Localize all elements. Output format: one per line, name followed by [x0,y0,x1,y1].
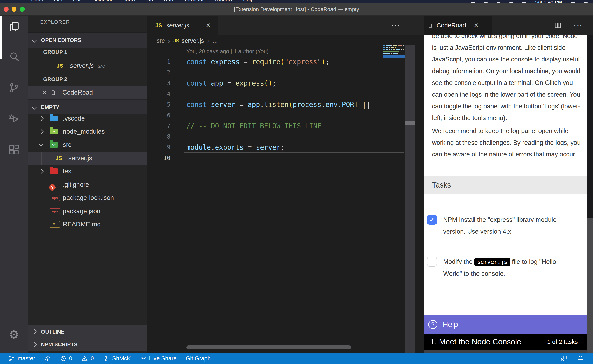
status-bell[interactable] [577,355,584,362]
menu-item-go[interactable]: Go [146,0,153,2]
code-text [171,68,190,77]
open-editor-server.js[interactable]: JSserver.jssrc [28,59,147,72]
menu-item-code[interactable]: Code [31,0,43,2]
editor-vertical-scrollbar[interactable] [405,45,415,353]
close-editor-icon[interactable]: ✕ [42,89,47,96]
outline-section-header[interactable]: OUTLINE [28,325,147,338]
activity-search[interactable] [0,46,28,67]
task-checkbox-checked[interactable]: ✓ [427,215,437,225]
status-cloud-upload[interactable] [44,355,51,362]
tree-item-README.md[interactable]: M↓README.md [28,218,147,231]
panel-scrollbar-thumb[interactable] [587,35,593,218]
tree-item-.vscode[interactable]: .vscode [28,112,147,125]
minimap[interactable] [383,45,404,58]
status-0[interactable]: 0 [60,355,73,362]
tree-item-package.json[interactable]: npmpackage.json [28,205,147,218]
chevron-right-icon [38,169,43,174]
code-text: const server = app.listen(process.env.PO… [171,101,370,109]
js-file-icon: JS [56,155,62,162]
code-text: const app = express(); [171,79,276,87]
editor-horizontal-scrollbar[interactable] [186,345,351,349]
warning-icon [81,355,88,362]
live-share-account-icon [103,355,110,362]
tab-coderoad[interactable]: CodeRoad ✕ [424,15,492,35]
bell-icon [577,355,584,362]
activity-extensions[interactable] [0,139,28,161]
tab-label: CodeRoad [437,22,466,29]
code-text: const express = require("express"); [171,58,329,66]
activity-run-debug[interactable] [0,108,28,129]
search-icon [8,51,20,62]
chevron-down-icon [38,142,43,147]
open-editor-CodeRoad[interactable]: ✕CodeRoad [28,86,147,99]
editor-group: JS server.js ✕ ⋯ src › JS server.js › ..… [147,15,424,353]
tree-item-package-lock.json[interactable]: npmpackage-lock.json [28,191,147,204]
live-share-icon [140,355,147,362]
indent-guide [41,152,42,165]
status-master[interactable]: master [8,355,35,362]
tree-item-.gitignore[interactable]: Y.gitignore [28,178,147,191]
breadcrumb-symbol[interactable]: ... [213,37,218,44]
split-editor-icon[interactable] [554,15,562,35]
task-checkbox-unchecked[interactable] [427,257,437,266]
menu-extra-icon [484,2,487,3]
menu-item-window[interactable]: Window [214,0,232,2]
breadcrumb-folder[interactable]: src [157,37,165,44]
line-number: 1 [147,58,171,65]
editor-more-actions-icon[interactable]: ⋯ [391,15,401,35]
git-branch-icon [8,355,15,362]
menu-status-icons[interactable]: Sat 9:45 PM [471,0,588,3]
js-file-icon: JS [173,38,179,44]
menu-item-help[interactable]: Help [243,0,253,2]
activity-settings-gear[interactable]: ⚙ [0,324,28,345]
npm-scripts-section-header[interactable]: NPM SCRIPTS [28,338,147,351]
code-area[interactable]: 1const express = require("express");2 3c… [147,56,424,163]
status-0[interactable]: 0 [81,355,94,362]
status-label: Git Graph [186,355,211,362]
extensions-icon [8,144,20,156]
menu-item-selection[interactable]: Selection [93,0,114,2]
tree-item-node_modules[interactable]: JSnode_modules [28,125,147,138]
activity-bar: ⚙ [0,15,28,353]
task-text: Modify the server.js file to log "Hello … [443,256,576,280]
close-tab-icon[interactable]: ✕ [473,22,479,29]
inline-code: server.js [474,258,510,266]
chevron-down-icon [32,37,37,43]
code-line-9: 9module.exports = server; [147,142,424,153]
status-label: 0 [69,355,73,362]
panel-more-actions-icon[interactable]: ⋯ [573,15,583,35]
menu-item-view[interactable]: View [124,0,135,2]
window-title: [Extension Development Host] - CodeRoad … [0,3,593,15]
status-git-graph[interactable]: Git Graph [186,355,211,362]
npm-scripts-label: NPM SCRIPTS [41,341,78,348]
line-number: 3 [147,80,171,87]
breadcrumb-file[interactable]: server.js [182,37,204,44]
panel-scrollbar[interactable] [587,35,593,353]
code-text: // -- DO NOT EDIT BELOW THIS LINE [171,122,321,130]
menu-item-run[interactable]: Run [164,0,173,2]
tasks-header-label: Tasks [432,181,451,189]
menu-item-terminal[interactable]: Terminal [184,0,203,2]
status-shmck[interactable]: ShMcK [103,355,131,362]
menu-items[interactable]: CodeFileEditSelectionViewGoRunTerminalWi… [31,0,254,2]
close-tab-icon[interactable]: ✕ [206,22,211,29]
activity-source-control[interactable] [0,77,28,98]
src-folder-icon: </> [50,142,58,148]
open-editors-group-label: GROUP 1 [43,46,67,58]
tree-item-test[interactable]: test [28,165,147,178]
code-line-6: 6 [147,110,424,121]
coderoad-webview: be able to check what's going on in your… [424,35,587,353]
help-bar[interactable]: ? Help [424,315,587,334]
line-number: 9 [147,144,171,151]
menu-item-edit[interactable]: Edit [73,0,82,2]
tree-item-src[interactable]: </>src [28,138,147,151]
line-number: 10 [147,155,171,162]
editor-scrollbar-thumb[interactable] [405,121,415,125]
status-feedback[interactable] [560,355,567,362]
tree-item-label: node_modules [63,128,105,135]
tree-item-server.js[interactable]: JSserver.js [28,152,147,165]
tab-server-js[interactable]: JS server.js ✕ [147,15,218,35]
status-live-share[interactable]: Live Share [140,355,177,362]
activity-explorer[interactable] [0,16,28,37]
menu-item-file[interactable]: File [54,0,62,2]
